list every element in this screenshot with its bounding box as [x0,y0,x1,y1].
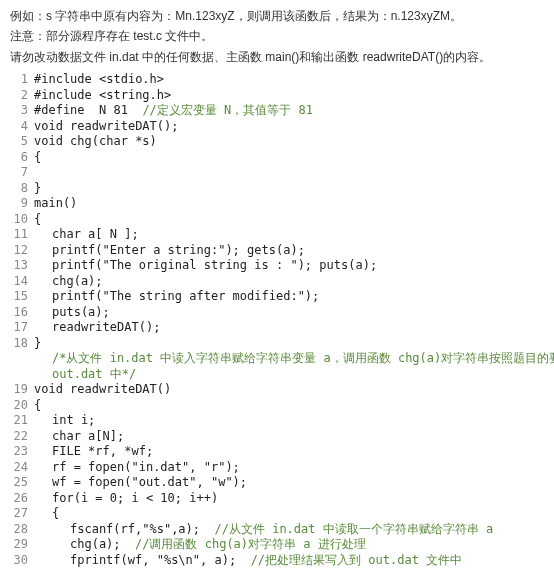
code-text: chg(a); [52,274,103,288]
code-line: for(i = 0; i < 10; i++) [34,490,554,506]
line-number-gutter: 1234567891011121314151617181920212223242… [0,71,34,569]
line-number: 9 [0,195,28,211]
line-number: 10 [0,211,28,227]
code-text: char a[ N ]; [52,227,139,241]
code-line: chg(a); //调用函数 chg(a)对字符串 a 进行处理 [34,536,554,552]
code-text: #include <stdio.h> [34,72,164,86]
intro-line: 请勿改动数据文件 in.dat 中的任何数据、主函数 main()和输出函数 r… [10,47,544,67]
line-number: 16 [0,304,28,320]
code-line: rf = fopen("in.dat", "r"); [34,459,554,475]
line-number: 21 [0,412,28,428]
code-line: wf = fopen("out.dat", "w"); [34,474,554,490]
code-text: { [52,506,59,520]
code-comment: //定义宏变量 N，其值等于 81 [142,103,313,117]
line-number: 19 [0,381,28,397]
code-comment: out.dat 中*/ [34,366,554,382]
line-number: 1 [0,71,28,87]
code-block: 1234567891011121314151617181920212223242… [0,71,554,569]
code-text: wf = fopen("out.dat", "w"); [52,475,247,489]
code-text: printf("The string after modified:"); [52,289,319,303]
line-number: 26 [0,490,28,506]
line-number: 24 [0,459,28,475]
code-text: #define N 81 [34,103,142,117]
code-text: fscanf(rf,"%s",a); [70,522,215,536]
code-line: fprintf(wf, "%s\n", a); //把处理结果写入到 out.d… [34,552,554,568]
code-line: printf("The string after modified:"); [34,288,554,304]
line-number: 13 [0,257,28,273]
source-code: #include <stdio.h>#include <string.h>#de… [34,71,554,569]
code-text: FILE *rf, *wf; [52,444,153,458]
line-number: 27 [0,505,28,521]
code-line: puts(a); [34,304,554,320]
line-number: 5 [0,133,28,149]
line-number: 11 [0,226,28,242]
code-line: main() [34,195,554,211]
code-line: chg(a); [34,273,554,289]
line-number: 25 [0,474,28,490]
code-line: FILE *rf, *wf; [34,443,554,459]
line-number: 23 [0,443,28,459]
code-line: char a[N]; [34,428,554,444]
code-text: printf("The original string is : "); put… [52,258,377,272]
code-text: main() [34,196,77,210]
line-number: 20 [0,397,28,413]
code-line: printf("Enter a string:"); gets(a); [34,242,554,258]
code-line: #include <string.h> [34,87,554,103]
line-number: 15 [0,288,28,304]
code-line: char a[ N ]; [34,226,554,242]
code-line: readwriteDAT(); [34,319,554,335]
code-line: { [34,149,554,165]
code-line: fscanf(rf,"%s",a); //从文件 in.dat 中读取一个字符串… [34,521,554,537]
intro-line: 例如：s 字符串中原有内容为：Mn.123xyZ，则调用该函数后，结果为：n.1… [10,6,544,26]
intro-text: 例如：s 字符串中原有内容为：Mn.123xyZ，则调用该函数后，结果为：n.1… [0,0,554,71]
code-text: int i; [52,413,95,427]
line-number: 7 [0,164,28,180]
line-number: 28 [0,521,28,537]
code-text: } [34,181,41,195]
code-line: { [34,505,554,521]
code-text: rf = fopen("in.dat", "r"); [52,460,240,474]
code-text: printf("Enter a string:"); gets(a); [52,243,305,257]
line-number: 17 [0,319,28,335]
line-number: 22 [0,428,28,444]
code-text: readwriteDAT(); [52,320,160,334]
code-text: #include <string.h> [34,88,171,102]
code-line [34,164,554,180]
code-line: #include <stdio.h> [34,71,554,87]
code-text: { [34,212,41,226]
code-text: chg(a); [70,537,135,551]
code-line: #define N 81 //定义宏变量 N，其值等于 81 [34,102,554,118]
line-number: 12 [0,242,28,258]
code-text: { [34,150,41,164]
code-line: { [34,211,554,227]
line-number: 14 [0,273,28,289]
code-line: void chg(char *s) [34,133,554,149]
code-line: void readwriteDAT() [34,381,554,397]
intro-line: 注意：部分源程序存在 test.c 文件中。 [10,26,544,46]
code-text: for(i = 0; i < 10; i++) [52,491,218,505]
code-line: } [34,180,554,196]
line-number: 3 [0,102,28,118]
code-line: } [34,335,554,351]
line-number: 18 [0,335,28,351]
line-number: 6 [0,149,28,165]
line-number: 4 [0,118,28,134]
code-text: puts(a); [52,305,110,319]
code-text: void chg(char *s) [34,134,157,148]
line-number: 2 [0,87,28,103]
code-text: void readwriteDAT() [34,382,171,396]
line-number: 30 [0,552,28,568]
code-text: void readwriteDAT(); [34,119,179,133]
code-text: { [34,398,41,412]
code-comment: //调用函数 chg(a)对字符串 a 进行处理 [135,537,366,551]
code-line: void readwriteDAT(); [34,118,554,134]
code-text: char a[N]; [52,429,124,443]
code-comment: //把处理结果写入到 out.dat 文件中 [251,553,462,567]
code-text: fprintf(wf, "%s\n", a); [70,553,251,567]
code-line: printf("The original string is : "); put… [34,257,554,273]
code-text: } [34,336,41,350]
code-comment: /*从文件 in.dat 中读入字符串赋给字符串变量 a，调用函数 chg(a)… [34,350,554,366]
line-number: 8 [0,180,28,196]
code-line: { [34,397,554,413]
code-line: int i; [34,412,554,428]
